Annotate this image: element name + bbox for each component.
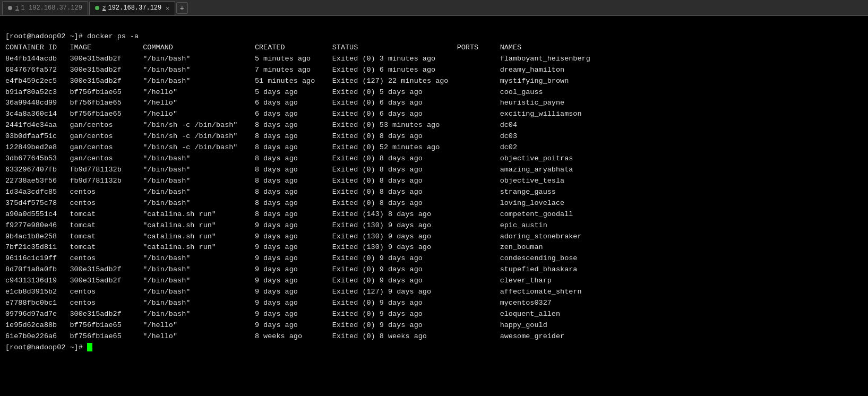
row-11: 22738ae53f56 fb9d7781132b "/bin/bash" 8 … [5, 177, 564, 185]
row-2: e4fb459c2ec5 300e315adb2f "/bin/bash" 51… [5, 77, 569, 85]
tab-2-label: 192.168.37.129 [108, 4, 161, 12]
tab-2[interactable]: 2 192.168.37.129 ✕ [89, 1, 175, 15]
row-16: 9b4ac1b8e258 tomcat "catalina.sh run" 9 … [5, 233, 582, 240]
tab-2-num: 2 [102, 5, 106, 11]
row-9: 3db677645b53 gan/centos "/bin/bash" 8 da… [5, 154, 573, 162]
row-22: e7788fbc0bc1 centos "/bin/bash" 9 days a… [5, 299, 552, 307]
row-24: 1e95d62ca88b bf756fb1ae65 "/hello" 9 day… [5, 321, 547, 329]
row-10: 6332967407fb fb9d7781132b "/bin/bash" 8 … [5, 166, 573, 174]
new-tab-button[interactable]: + [176, 2, 188, 14]
row-17: 7bf21c35d811 tomcat "catalina.sh run" 9 … [5, 243, 543, 251]
tab-bar: 1 1 192.168.37.129 2 192.168.37.129 ✕ + [0, 0, 868, 16]
tab-1-num: 1 [15, 5, 19, 11]
tab-2-close[interactable]: ✕ [166, 5, 169, 12]
terminal: [root@hadoop02 ~]# docker ps -a CONTAINE… [0, 16, 868, 396]
row-12: 1d34a3cdfc85 centos "/bin/bash" 8 days a… [5, 188, 556, 196]
row-8: 122849bed2e8 gan/centos "/bin/sh -c /bin… [5, 143, 517, 151]
tab-1-dot [8, 6, 12, 10]
terminal-content: [root@hadoop02 ~]# docker ps -a CONTAINE… [5, 31, 863, 354]
row-6: 2441fd4e34aa gan/centos "/bin/sh -c /bin… [5, 121, 517, 129]
row-19: 8d70f1a8a0fb 300e315adb2f "/bin/bash" 9 … [5, 265, 577, 273]
row-21: e1cb8d3915b2 centos "/bin/bash" 9 days a… [5, 288, 582, 296]
row-20: c94313136d19 300e315adb2f "/bin/bash" 9 … [5, 277, 552, 285]
row-3: b91af80a52c3 bf756fb1ae65 "/hello" 5 day… [5, 88, 543, 96]
row-15: f9277e980e46 tomcat "catalina.sh run" 9 … [5, 221, 547, 229]
row-4: 36a99448cd99 bf756fb1ae65 "/hello" 6 day… [5, 99, 564, 107]
tab-2-dot [95, 6, 99, 10]
row-18: 96116c1c19ff centos "/bin/bash" 9 days a… [5, 254, 577, 262]
prompt-line: [root@hadoop02 ~]# docker ps -a [5, 32, 139, 40]
cursor [87, 343, 92, 351]
row-0: 8e4fb144acdb 300e315adb2f "/bin/bash" 5 … [5, 55, 590, 63]
row-23: 09796d97ad7e 300e315adb2f "/bin/bash" 9 … [5, 310, 560, 318]
row-13: 375d4f575c78 centos "/bin/bash" 8 days a… [5, 199, 564, 207]
tab-1-label: 1 192.168.37.129 [21, 4, 82, 12]
header-line: CONTAINER ID IMAGE COMMAND CREATED STATU… [5, 44, 521, 51]
row-5: 3c4a8a360c14 bf756fb1ae65 "/hello" 6 day… [5, 110, 582, 118]
last-prompt: [root@hadoop02 ~]# [5, 343, 92, 351]
row-25: 61e7b0e226a6 bf756fb1ae65 "/hello" 8 wee… [5, 332, 564, 340]
tab-1[interactable]: 1 1 192.168.37.129 [2, 1, 88, 15]
row-1: 6847676fa572 300e315adb2f "/bin/bash" 7 … [5, 66, 564, 74]
row-7: 03b0dfaaf51c gan/centos "/bin/sh -c /bin… [5, 132, 517, 140]
row-14: a90a0d5551c4 tomcat "catalina.sh run" 8 … [5, 210, 573, 218]
